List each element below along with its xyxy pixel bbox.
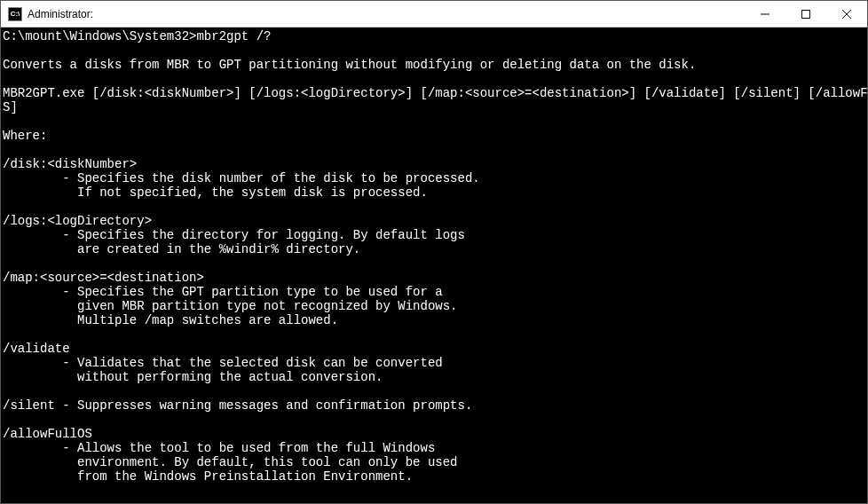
opt-allowfullos-line: environment. By default, this tool can o… bbox=[3, 455, 457, 469]
terminal-output[interactable]: C:\mount\Windows\System32>mbr2gpt /? Con… bbox=[1, 28, 867, 503]
prompt: C:\mount\Windows\System32> bbox=[3, 29, 196, 43]
maximize-button[interactable] bbox=[785, 1, 826, 28]
usage-line: MBR2GPT.exe [/disk:<diskNumber>] [/logs:… bbox=[3, 86, 867, 100]
opt-map-line: - Specifies the GPT partition type to be… bbox=[3, 285, 443, 299]
opt-map-line: Multiple /map switches are allowed. bbox=[3, 313, 338, 327]
window-title: Administrator: bbox=[28, 8, 93, 20]
opt-map-header: /map:<source>=<destination> bbox=[3, 271, 204, 285]
command-text: mbr2gpt /? bbox=[196, 29, 271, 43]
help-description: Converts a disks from MBR to GPT partiti… bbox=[3, 58, 696, 72]
close-icon bbox=[842, 10, 851, 19]
cmd-icon: C:\ bbox=[8, 7, 22, 21]
opt-disk-line: If not specified, the system disk is pro… bbox=[3, 185, 428, 200]
titlebar[interactable]: C:\ Administrator: bbox=[1, 1, 867, 28]
maximize-icon bbox=[801, 10, 810, 19]
usage-line-wrap: S] bbox=[3, 100, 18, 114]
opt-map-line: given MBR partition type not recognized … bbox=[3, 299, 457, 313]
opt-silent-line: /silent - Suppresses warning messages an… bbox=[3, 398, 472, 413]
opt-validate-line: - Validates that the selected disk can b… bbox=[3, 356, 443, 370]
opt-allowfullos-line: from the Windows Preinstallation Environ… bbox=[3, 469, 413, 484]
opt-allowfullos-line: - Allows the tool to be used from the fu… bbox=[3, 441, 435, 455]
close-button[interactable] bbox=[826, 1, 867, 28]
where-label: Where: bbox=[3, 129, 47, 143]
opt-validate-line: without performing the actual conversion… bbox=[3, 370, 383, 384]
minimize-icon bbox=[761, 10, 769, 19]
opt-logs-line: - Specifies the directory for logging. B… bbox=[3, 228, 465, 242]
opt-logs-line: are created in the %windir% directory. bbox=[3, 242, 360, 256]
opt-allowfullos-header: /allowFullOS bbox=[3, 427, 92, 441]
opt-disk-header: /disk:<diskNumber> bbox=[3, 157, 137, 171]
opt-disk-line: - Specifies the disk number of the disk … bbox=[3, 171, 480, 185]
opt-validate-header: /validate bbox=[3, 342, 70, 356]
cmd-window: C:\ Administrator: C:\mount\Windows\Syst… bbox=[0, 0, 868, 504]
opt-logs-header: /logs:<logDirectory> bbox=[3, 214, 152, 228]
svg-rect-1 bbox=[802, 10, 810, 18]
minimize-button[interactable] bbox=[745, 1, 785, 28]
